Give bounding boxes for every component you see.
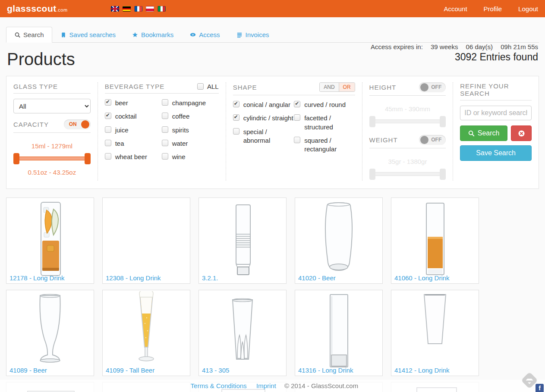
saved-searches-icon — [60, 32, 66, 38]
product-label: 41020 - Beer — [298, 274, 336, 282]
beverage-type-label: BEVERAGE TYPE — [105, 83, 165, 90]
capacity-toggle-label: ON — [69, 121, 77, 127]
search-icon — [14, 32, 20, 38]
product-card[interactable]: 41020 - Beer — [295, 198, 383, 284]
top-bar: glassscout.com AccountProfileLogout — [0, 0, 545, 17]
shape-checkbox-conical-angular[interactable]: conical / angular — [233, 100, 294, 109]
shape-andor-toggle: AND OR — [319, 82, 355, 92]
weight-slider-handle-max — [440, 169, 446, 180]
shape-checkbox-curved-round[interactable]: curved / round — [294, 100, 355, 109]
product-label: 12308 - Long Drink — [106, 274, 161, 282]
product-image-tapered-tumbler — [392, 291, 478, 374]
beverage-all-checkbox[interactable]: ALL — [197, 83, 219, 90]
shape-checkbox-special-abnormal[interactable]: special / abnormal — [233, 128, 294, 145]
beverage-checkbox-champagne[interactable]: champagne — [162, 99, 219, 107]
product-card[interactable]: 41060 - Long Drink — [391, 198, 479, 284]
account-nav: AccountProfileLogout — [444, 5, 538, 13]
search-button[interactable]: Search — [460, 125, 507, 141]
tab-saved-searches[interactable]: Saved searches — [52, 27, 124, 43]
beverage-checkbox-water[interactable]: water — [162, 139, 219, 148]
clear-search-button[interactable] — [511, 125, 532, 141]
logout-link[interactable]: Logout — [518, 5, 538, 13]
product-card[interactable]: 12308 - Long Drink — [102, 198, 190, 284]
imprint-link[interactable]: Imprint — [256, 382, 276, 389]
copyright: © 2014 - GlassScout.com — [284, 382, 358, 389]
de-flag[interactable] — [123, 6, 131, 12]
access-expires-time: 09h 21m 55s — [501, 43, 538, 50]
product-label: 413 - 305 — [202, 367, 229, 374]
keyword-search-input[interactable] — [460, 106, 532, 120]
tab-invoices[interactable]: Invoices — [228, 27, 277, 43]
shape-label: SHAPE — [233, 84, 257, 91]
product-card[interactable]: 3.2.1. — [198, 198, 287, 284]
profile-link[interactable]: Profile — [484, 5, 502, 13]
height-toggle[interactable]: OFF — [419, 82, 446, 92]
product-label: 41099 - Tall Beer — [106, 367, 154, 374]
pl-flag[interactable] — [146, 6, 154, 12]
weight-slider — [370, 169, 445, 180]
it-flag[interactable] — [158, 6, 166, 12]
beverage-checkbox-wine[interactable]: wine — [162, 153, 219, 161]
shape-checkbox-squared-rectangular[interactable]: squared / rectangular — [294, 136, 355, 154]
capacity-slider-handle-max[interactable] — [85, 153, 91, 164]
beverage-checkbox-juice[interactable]: juice — [105, 126, 162, 135]
height-toggle-knob — [420, 83, 428, 91]
eye-icon — [190, 32, 196, 38]
beverage-checkbox-cocktail[interactable]: cocktail — [105, 112, 162, 121]
terms-link[interactable]: Terms & Conditions — [191, 382, 247, 389]
save-search-button[interactable]: Save Search — [460, 145, 532, 161]
filter-panel: GLASS TYPE All CAPACITY ON 15ml - 1279ml… — [6, 76, 539, 189]
beverage-checkbox-coffee[interactable]: coffee — [162, 112, 219, 121]
capacity-toggle[interactable]: ON — [64, 119, 91, 129]
product-card[interactable]: 41099 - Tall Beer — [102, 290, 190, 376]
beverage-checkbox-spirits[interactable]: spirits — [162, 126, 219, 135]
product-label: 41316 - Long Drink — [298, 367, 353, 374]
product-card[interactable]: 41412 - Long Drink — [391, 290, 479, 376]
capacity-label: CAPACITY — [13, 121, 49, 128]
glass-type-label: GLASS TYPE — [13, 83, 58, 90]
shape-checkbox-facetted-structured[interactable]: facetted / structured — [294, 114, 355, 132]
product-image-longdrink-cocktail — [7, 199, 93, 282]
beverage-checkbox-wheat-beer[interactable]: wheat beer — [105, 153, 162, 161]
glass-type-select[interactable]: All — [13, 99, 91, 113]
capacity-slider[interactable] — [14, 153, 90, 164]
tab-bookmarks[interactable]: Bookmarks — [124, 27, 182, 43]
star-icon — [132, 32, 138, 38]
shape-or-button[interactable]: OR — [339, 83, 355, 91]
beverage-checkbox-beer[interactable]: beer — [105, 99, 162, 107]
height-slider — [370, 116, 445, 127]
product-image-footed-beer — [7, 291, 93, 374]
product-image-faceted-tumbler — [199, 291, 286, 374]
product-card[interactable]: 12178 - Long Drink — [6, 198, 94, 284]
product-grid: 12178 - Long Drink12308 - Long Drink3.2.… — [6, 198, 539, 392]
shape-checkbox-cylindric-straight[interactable]: cylindric / straight — [233, 114, 294, 122]
beverage-checkbox-tea[interactable]: tea — [105, 139, 162, 148]
weight-toggle[interactable]: OFF — [419, 135, 446, 145]
filter-col-height-weight: HEIGHT OFF 45mm - 390mm WEIGHT OFF 35gr … — [362, 82, 453, 181]
product-image-amber-cylinder — [392, 199, 478, 282]
weight-label: WEIGHT — [369, 136, 398, 144]
beverage-all-box[interactable] — [197, 83, 204, 90]
access-expires-label: Access expires in: — [371, 43, 423, 50]
product-card[interactable]: 413 - 305 — [198, 290, 287, 376]
access-expires: Access expires in: 39 weeks 06 day(s) 09… — [371, 43, 538, 50]
uk-flag[interactable] — [111, 6, 119, 12]
facebook-icon[interactable]: f — [536, 384, 544, 392]
shape-and-button[interactable]: AND — [320, 83, 338, 91]
product-card[interactable]: 41089 - Beer — [6, 290, 94, 376]
product-card[interactable]: 41316 - Long Drink — [295, 290, 383, 376]
refine-label: REFINE YOUR SEARCH — [460, 82, 532, 97]
save-search-label: Save Search — [476, 149, 516, 157]
capacity-range-ml: 15ml - 1279ml — [13, 142, 91, 150]
tab-access[interactable]: Access — [182, 27, 228, 43]
tab-search[interactable]: Search — [6, 27, 52, 43]
fr-flag[interactable] — [134, 6, 142, 12]
height-slider-handle-max — [440, 116, 446, 127]
tab-bar: SearchSaved searchesBookmarksAccessInvoi… — [6, 27, 539, 43]
beverage-all-label: ALL — [207, 83, 219, 90]
product-label: 41089 - Beer — [9, 367, 47, 374]
capacity-slider-handle-min[interactable] — [13, 153, 19, 164]
product-label: 41060 - Long Drink — [394, 274, 450, 282]
account-link[interactable]: Account — [444, 5, 467, 13]
logo[interactable]: glassscout.com — [7, 3, 68, 14]
